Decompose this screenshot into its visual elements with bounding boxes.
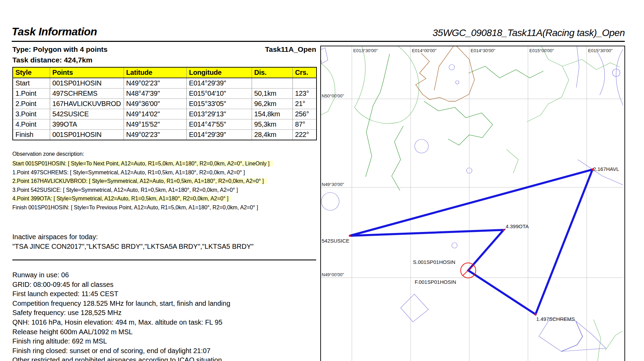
briefing-line-release: Release height 600m AAL/1092 m MSL bbox=[12, 327, 230, 337]
briefing-line-finish-closed: Finish ring closed: sunset or end of sco… bbox=[12, 346, 230, 356]
cell-crs bbox=[292, 78, 317, 89]
page-title: Task Information bbox=[12, 25, 97, 38]
airspace-outline-brown bbox=[416, 46, 474, 101]
briefing-line-grid: GRID: 08:00-09:45 for all classes bbox=[12, 280, 230, 290]
waypoint-label-ota: 4.399OTA bbox=[506, 223, 529, 229]
lon-label: E014°00'00" bbox=[412, 48, 437, 53]
cell-dis bbox=[252, 78, 292, 89]
cell-dis: 96,2km bbox=[252, 99, 292, 109]
observation-zone-block: Observation zone description: Start 001S… bbox=[12, 151, 273, 212]
cell-crs: 87° bbox=[292, 119, 317, 130]
cell-crs: 123° bbox=[292, 89, 317, 99]
cell-lat: N49°02'23" bbox=[124, 78, 186, 89]
lon-label: E015°00'00" bbox=[529, 48, 554, 53]
header-rule bbox=[12, 41, 625, 42]
task-map: E013°30'00" E014°00'00" E014°30'00" E015… bbox=[320, 46, 625, 361]
cell-dis: 50,1km bbox=[252, 89, 292, 99]
cell-lon: E015°33'05" bbox=[186, 99, 252, 109]
task-type: Type: Polygon with 4 points bbox=[12, 45, 107, 53]
map-svg: E013°30'00" E014°00'00" E014°30'00" E015… bbox=[321, 46, 624, 361]
cell-style: 1.Point bbox=[13, 89, 50, 99]
observation-zone-title: Observation zone description: bbox=[12, 151, 273, 157]
briefing-line-qnh: QNH: 1016 hPa, Hosin elevation: 494 m, M… bbox=[12, 318, 230, 327]
inactive-airspaces-title: Inactive airspaces for today: bbox=[12, 232, 254, 242]
waypoint-table: Style Points Latitude Longitude Dis. Crs… bbox=[12, 67, 317, 140]
briefing-line-runway: Runway in use: 06 bbox=[12, 270, 230, 280]
cell-lat: N49°15'52" bbox=[124, 119, 186, 130]
cell-crs: 21° bbox=[292, 99, 317, 109]
table-header-row: Style Points Latitude Longitude Dis. Crs… bbox=[13, 67, 317, 78]
col-points: Points bbox=[50, 67, 124, 78]
cell-dis: 95,3km bbox=[252, 119, 292, 130]
col-longitude: Longitude bbox=[186, 67, 252, 78]
cell-crs: 256° bbox=[292, 109, 317, 119]
table-row: 2.Point167HAVLICKUVBRODN49°36'00"E015°33… bbox=[13, 99, 317, 109]
task-distance: Task distance: 424,7km bbox=[12, 56, 92, 64]
table-row: Finish001SP01HOSINN49°02'23"E014°29'39"2… bbox=[13, 130, 317, 140]
lat-label: N50°00'00" bbox=[322, 93, 344, 98]
col-course: Crs. bbox=[292, 67, 317, 78]
cell-point: 167HAVLICKUVBROD bbox=[50, 99, 124, 109]
start-finish-circle bbox=[461, 263, 476, 278]
cell-point: 001SP01HOSIN bbox=[50, 78, 124, 89]
cell-crs: 222° bbox=[292, 130, 317, 140]
cell-style: 2.Point bbox=[13, 99, 50, 109]
obs-line-text: 4.Point 399OTA: [ Style=Symmetrical, A12… bbox=[12, 196, 232, 201]
obs-line-text: 2.Point 167HAVLICKUVBROD: [ Style=Symmet… bbox=[12, 178, 267, 184]
obs-line-start: Start 001SP01HOSIN: [ Style=To Next Poin… bbox=[12, 159, 273, 168]
cell-point: 399OTA bbox=[50, 119, 124, 130]
briefing-line-safety-freq: Safety frequency: use 128,525 MHz bbox=[12, 308, 230, 318]
page-subtitle: 35WGC_090818_Task11A(Racing task)_Open bbox=[433, 27, 625, 38]
turnpoint-markers bbox=[349, 168, 594, 315]
task-type-line: Type: Polygon with 4 points Task11A_Open bbox=[12, 45, 316, 54]
cell-dis: 154,8km bbox=[252, 109, 292, 119]
cell-style: Finish bbox=[13, 130, 50, 140]
lat-label: N49°30'00" bbox=[322, 182, 344, 187]
briefing-line-launch: First launch expected: 11:45 CEST bbox=[12, 289, 230, 299]
cell-lat: N49°02'23" bbox=[124, 130, 186, 140]
waypoint-label-start: S.001SP01HOSIN bbox=[413, 259, 455, 265]
map-waypoint-labels: 542SUSICE 2.167HAVL 4.399OTA S.001SP01HO… bbox=[322, 166, 619, 322]
obs-line-finish: Finish 001SP01HOSIN: [ Style=To Previous… bbox=[12, 203, 273, 212]
cell-lon: E015°04'10" bbox=[186, 89, 252, 99]
cell-style: 3.Point bbox=[13, 109, 50, 119]
obs-line-text: Finish 001SP01HOSIN: [ Style=To Previous… bbox=[12, 205, 258, 210]
map-grid-labels: E013°30'00" E014°00'00" E014°30'00" E015… bbox=[322, 48, 613, 277]
cell-point: 001SP01HOSIN bbox=[50, 130, 124, 140]
inactive-airspaces-block: Inactive airspaces for today: "TSA JINCE… bbox=[12, 232, 254, 251]
table-row: Start001SP01HOSINN49°02'23"E014°29'39" bbox=[13, 78, 317, 89]
cell-lat: N49°36'00" bbox=[124, 99, 186, 109]
waypoint-label-schrems: 1.497SCHREMS bbox=[536, 316, 575, 322]
col-style: Style bbox=[13, 67, 50, 78]
task-name: Task11A_Open bbox=[265, 45, 316, 54]
col-distance: Dis. bbox=[252, 67, 292, 78]
lon-label: E015°30'00" bbox=[588, 48, 613, 53]
airspace-outline-blue bbox=[321, 46, 623, 351]
table-row: 1.Point497SCHREMSN48°47'39"E015°04'10"50… bbox=[13, 89, 317, 99]
lon-label: E014°30'00" bbox=[471, 48, 495, 53]
lon-label: E013°30'00" bbox=[353, 48, 378, 53]
waypoint-label-finish: F.001SP01HOSIN bbox=[415, 279, 456, 285]
table-row: 4.Point399OTAN49°15'52"E014°47'55"95,3km… bbox=[13, 119, 317, 130]
obs-line-text: Start 001SP01HOSIN: [ Style=To Next Poin… bbox=[12, 161, 273, 166]
task-polygon bbox=[350, 170, 593, 314]
obs-line-2: 2.Point 167HAVLICKUVBROD: [ Style=Symmet… bbox=[12, 177, 273, 186]
lat-label: N49°00'00" bbox=[322, 272, 344, 277]
briefing-line-other-airspaces: Other restricted and prohibited airspace… bbox=[12, 356, 230, 361]
section-divider bbox=[12, 259, 316, 260]
waypoint-label-susice: 542SUSICE bbox=[322, 238, 349, 244]
cell-lon: E014°47'55" bbox=[186, 119, 252, 130]
cell-style: Start bbox=[13, 78, 50, 89]
briefing-line-finish-alt: Finish ring altitude: 692 m MSL bbox=[12, 337, 230, 346]
airspace-outline-blue-dark bbox=[561, 321, 583, 351]
briefing-line-comp-freq: Competition frequency 128.525 MHz for la… bbox=[12, 299, 230, 308]
inactive-airspaces-list: "TSA JINCE CON2017","LKTSA5C BRDY","LKTS… bbox=[12, 242, 254, 251]
cell-point: 542SUSICE bbox=[50, 109, 124, 119]
cell-lon: E013°29'13" bbox=[186, 109, 252, 119]
airspace-outline-green-light bbox=[321, 46, 622, 361]
cell-lat: N49°14'02" bbox=[124, 109, 186, 119]
briefing-block: Runway in use: 06 GRID: 08:00-09:45 for … bbox=[12, 270, 230, 361]
cell-lat: N48°47'39" bbox=[124, 89, 186, 99]
cell-lon: E014°29'39" bbox=[186, 130, 252, 140]
cell-lon: E014°29'39" bbox=[186, 78, 252, 89]
